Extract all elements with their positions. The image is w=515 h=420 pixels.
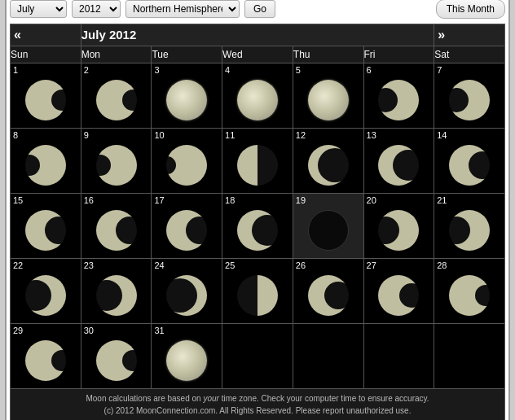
moon-phase-waning-gibbous-2 xyxy=(25,145,66,186)
day-cell-22: 22 xyxy=(11,259,81,324)
moon-phase-new xyxy=(308,210,349,251)
day-number: 28 xyxy=(437,260,502,271)
moon-icon xyxy=(13,206,78,255)
day-header-wed: Wed xyxy=(222,46,293,63)
moon-phase-waxing-gibbous-3 xyxy=(25,340,66,381)
moon-phase-waxing-gibbous-3 xyxy=(449,275,490,316)
day-number: 9 xyxy=(84,130,149,141)
moon-icon xyxy=(367,206,432,255)
week-row-1: 1234567 xyxy=(11,63,505,129)
day-cell-30: 30 xyxy=(81,324,152,389)
day-number: 27 xyxy=(367,260,432,271)
day-number: 15 xyxy=(13,195,78,206)
day-header-thu: Thu xyxy=(293,46,363,63)
day-cell-15: 15 xyxy=(11,194,81,259)
year-select[interactable]: 2012 xyxy=(72,0,121,18)
day-cell-13: 13 xyxy=(363,129,434,194)
moon-icon xyxy=(367,271,432,320)
prev-month-button[interactable]: « xyxy=(11,24,81,46)
day-number: 2 xyxy=(84,65,149,76)
moon-phase-waxing-gibbous-3 xyxy=(25,80,66,120)
week-row-5: 293031 xyxy=(11,324,505,389)
day-header-tue: Tue xyxy=(152,46,222,63)
day-cell-1: 1 xyxy=(11,63,81,129)
moon-icon xyxy=(154,141,219,190)
moon-phase-waxing-crescent-3 xyxy=(166,275,207,316)
week-row-3: 15161718192021 xyxy=(11,194,505,259)
main-container: JanuaryFebruaryMarch AprilMayJune JulyAu… xyxy=(5,0,510,420)
moon-phase-full xyxy=(166,80,207,120)
moon-phase-waning-gibbous-1 xyxy=(378,80,419,120)
moon-icon xyxy=(84,76,149,125)
day-number: 20 xyxy=(367,195,432,206)
moon-icon xyxy=(437,271,502,320)
day-header-mon: Mon xyxy=(81,46,152,63)
day-number: 17 xyxy=(154,195,219,206)
moon-icon xyxy=(367,141,432,190)
day-number: 18 xyxy=(225,195,290,206)
day-number: 14 xyxy=(437,130,502,141)
day-header-fri: Fri xyxy=(363,46,434,63)
day-number: 8 xyxy=(13,130,78,141)
day-cell-9: 9 xyxy=(81,129,152,194)
day-number: 26 xyxy=(296,260,361,271)
moon-icon xyxy=(13,141,78,190)
moon-icon xyxy=(437,76,502,125)
moon-icon xyxy=(296,206,361,255)
day-number: 29 xyxy=(13,326,78,336)
footer-row: Moon calculations are based on your time… xyxy=(11,389,505,421)
day-cell-18: 18 xyxy=(222,194,293,259)
day-cell-6: 6 xyxy=(363,63,434,129)
moon-phase-waxing-crescent-2 xyxy=(96,275,137,316)
day-cell-21: 21 xyxy=(434,194,505,259)
week-row-4: 22232425262728 xyxy=(11,259,505,324)
moon-phase-waning-crescent-1 xyxy=(308,145,349,186)
day-number: 30 xyxy=(84,326,149,336)
day-number: 13 xyxy=(367,130,432,141)
moon-phase-waning-crescent-3 xyxy=(166,210,207,251)
moon-phase-waxing-gibbous-3 xyxy=(96,80,137,120)
moon-phase-full xyxy=(308,80,349,120)
footer-text: Moon calculations are based on your time… xyxy=(11,389,505,421)
moon-phase-waning-crescent-2 xyxy=(378,145,419,186)
this-month-button[interactable]: This Month xyxy=(436,0,505,19)
next-month-button[interactable]: » xyxy=(434,24,505,46)
day-cell-25: 25 xyxy=(222,259,293,324)
day-cell-28: 28 xyxy=(434,259,505,324)
month-select[interactable]: JanuaryFebruaryMarch AprilMayJune JulyAu… xyxy=(10,0,67,18)
moon-icon xyxy=(84,336,149,385)
moon-icon xyxy=(13,271,78,320)
moon-phase-waxing-gibbous-1 xyxy=(308,275,349,316)
moon-phase-waning-gibbous-2 xyxy=(96,145,137,186)
day-headers-row: Sun Mon Tue Wed Thu Fri Sat xyxy=(11,46,505,63)
day-cell-17: 17 xyxy=(152,194,222,259)
day-number: 3 xyxy=(154,65,219,76)
day-cell-31: 31 xyxy=(152,324,222,389)
moon-icon xyxy=(154,336,219,385)
moon-phase-waning-crescent-2 xyxy=(237,210,278,251)
day-number: 22 xyxy=(13,260,78,271)
day-number: 16 xyxy=(84,195,149,206)
calendar-title: July 2012 xyxy=(81,24,434,46)
day-cell-12: 12 xyxy=(293,129,363,194)
moon-phase-waxing-gibbous-3 xyxy=(96,340,137,381)
day-number: 31 xyxy=(154,326,219,336)
day-cell-empty xyxy=(363,324,434,389)
moon-phase-waning-gibbous-1 xyxy=(449,80,490,120)
day-cell-empty xyxy=(434,324,505,389)
moon-icon xyxy=(296,271,361,320)
day-cell-19: 19 xyxy=(293,194,363,259)
moon-icon xyxy=(225,76,290,125)
moon-icon xyxy=(84,206,149,255)
moon-icon xyxy=(296,76,361,125)
day-cell-2: 2 xyxy=(81,63,152,129)
moon-icon xyxy=(437,206,502,255)
moon-phase-waning-gibbous-3 xyxy=(166,145,207,186)
hemisphere-select[interactable]: Northern Hemisphere Southern Hemisphere xyxy=(125,0,240,18)
day-cell-10: 10 xyxy=(152,129,222,194)
go-button[interactable]: Go xyxy=(244,0,275,18)
moon-icon xyxy=(13,336,78,385)
day-number: 6 xyxy=(367,65,432,76)
day-number: 5 xyxy=(296,65,361,76)
moon-icon xyxy=(154,271,219,320)
